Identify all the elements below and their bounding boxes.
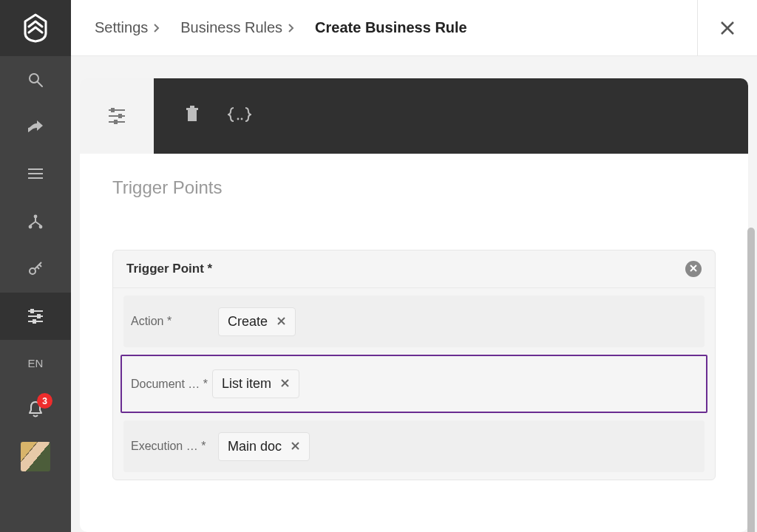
svg-rect-20	[118, 114, 122, 118]
list-icon	[27, 168, 44, 181]
section-title: Trigger Points	[80, 154, 748, 219]
branch-icon	[27, 214, 44, 230]
sidebar-item-key[interactable]	[0, 245, 71, 293]
sidebar-item-branch[interactable]	[0, 198, 71, 245]
svg-rect-18	[111, 108, 115, 112]
editor-toolbar	[80, 78, 748, 154]
breadcrumb-item[interactable]: Business Rules	[180, 19, 282, 36]
svg-rect-25	[190, 106, 194, 108]
avatar-image	[21, 442, 50, 471]
sidebar-item-search[interactable]	[0, 56, 71, 103]
sliders-icon	[107, 107, 126, 125]
field-row-action[interactable]: Action * Create	[123, 296, 705, 347]
close-icon	[719, 20, 736, 36]
sidebar-avatar[interactable]	[0, 433, 71, 480]
sidebar-item-settings[interactable]	[0, 293, 71, 340]
sidebar-language-label: EN	[28, 357, 44, 369]
field-label: Action *	[131, 315, 218, 328]
chip-execution: Main doc	[218, 432, 310, 461]
sidebar-notifications[interactable]: 3	[0, 386, 71, 433]
remove-trigger-button[interactable]	[685, 261, 702, 277]
chip-remove[interactable]	[291, 439, 300, 454]
trigger-point-panel: Trigger Point * Action * Create	[112, 250, 716, 480]
notification-badge: 3	[37, 393, 52, 409]
svg-rect-23	[188, 110, 197, 121]
svg-point-0	[30, 74, 38, 83]
chip-remove[interactable]	[280, 376, 290, 392]
chip-document: List item	[212, 369, 299, 398]
svg-rect-14	[33, 319, 36, 324]
close-button[interactable]	[698, 0, 757, 56]
chip-label: Create	[228, 314, 268, 330]
svg-rect-24	[186, 108, 198, 110]
field-label: Execution … *	[131, 440, 218, 453]
field-value-zone: Create	[218, 307, 296, 336]
main-card: Trigger Points Trigger Point * Action * …	[80, 154, 748, 532]
app-logo-icon	[23, 13, 48, 43]
chip-label: List item	[222, 376, 271, 392]
braces-icon	[228, 106, 251, 126]
code-button[interactable]	[228, 106, 251, 126]
close-icon	[291, 439, 300, 454]
breadcrumb: Settings Business Rules Create Business …	[71, 19, 467, 36]
search-icon	[27, 72, 44, 88]
svg-point-5	[34, 215, 38, 219]
sidebar-item-list[interactable]	[0, 151, 71, 198]
sidebar: EN 3	[0, 0, 71, 532]
trigger-point-header: Trigger Point *	[113, 250, 715, 288]
scrollbar-thumb[interactable]	[747, 228, 755, 532]
chevron-right-icon	[152, 19, 161, 36]
sidebar-item-share[interactable]	[0, 103, 71, 151]
breadcrumb-item-current: Create Business Rule	[315, 19, 467, 36]
app-logo[interactable]	[0, 0, 71, 56]
svg-rect-22	[114, 120, 118, 124]
trigger-point-header-label: Trigger Point *	[126, 262, 212, 276]
svg-rect-12	[37, 314, 41, 318]
sliders-icon	[27, 308, 44, 324]
svg-point-8	[30, 268, 35, 274]
share-icon	[27, 119, 44, 135]
svg-point-26	[237, 118, 240, 120]
sidebar-language[interactable]: EN	[0, 340, 71, 386]
svg-line-1	[38, 82, 42, 86]
field-row-document[interactable]: Document … * List item	[120, 355, 707, 413]
field-value-zone: Main doc	[218, 432, 310, 461]
chip-remove[interactable]	[276, 314, 286, 330]
field-value-zone: List item	[212, 369, 299, 398]
delete-button[interactable]	[185, 106, 200, 126]
chip-label: Main doc	[228, 439, 282, 454]
sidebar-nav	[0, 56, 71, 340]
field-label: Document … *	[125, 378, 212, 391]
trash-icon	[185, 106, 200, 126]
svg-point-27	[241, 118, 243, 120]
close-icon	[276, 314, 286, 330]
field-row-execution[interactable]: Execution … * Main doc	[123, 420, 705, 472]
close-icon	[689, 262, 698, 276]
svg-point-6	[29, 225, 33, 229]
breadcrumb-item[interactable]: Settings	[95, 19, 148, 36]
toolbar-actions	[154, 78, 748, 154]
close-icon	[280, 376, 290, 392]
chevron-right-icon	[287, 19, 296, 36]
toolbar-tab-settings[interactable]	[80, 78, 154, 154]
chip-action: Create	[218, 307, 296, 336]
key-icon	[27, 260, 44, 278]
header: Settings Business Rules Create Business …	[71, 0, 757, 56]
svg-point-7	[39, 225, 43, 229]
scrollbar[interactable]	[745, 56, 757, 532]
svg-rect-10	[30, 309, 34, 313]
